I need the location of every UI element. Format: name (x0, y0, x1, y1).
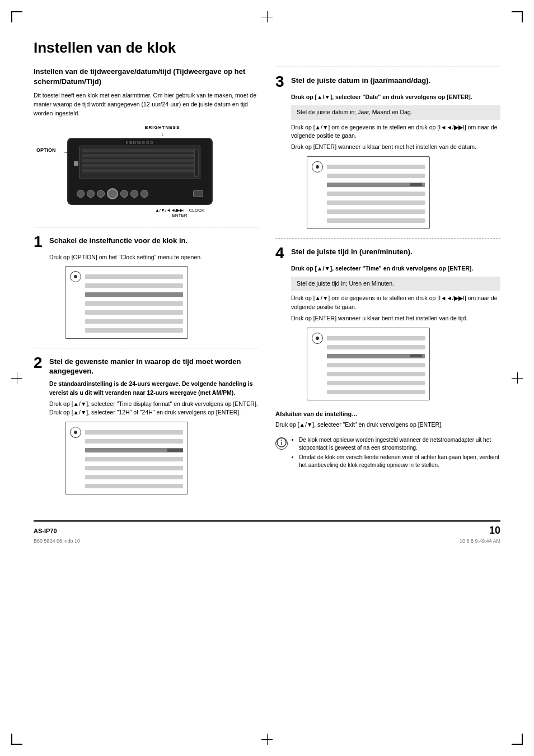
afsluiten-section: Afsluiten van de instelling… Druk op [▲/… (275, 409, 500, 430)
device-body: KENWOOD (67, 138, 213, 205)
device-kenwood-logo: KENWOOD (126, 141, 154, 144)
screen-icon-4 (312, 333, 323, 344)
footer-file: B60 5824 08.indb 10 (34, 538, 80, 544)
screen-mockup-1 (65, 266, 188, 339)
step-4-title: Stel de juiste tijd in (uren/minuten). (291, 245, 413, 257)
nav-arrows-label: ▲/▼/◄◄/▶▶I (155, 208, 185, 213)
btn4 (120, 190, 128, 198)
screen-icon-2 (70, 427, 81, 438)
btn3 (97, 190, 105, 198)
step-1-title: Schakel de instelfunctie voor de klok in… (49, 234, 188, 246)
btn6 (140, 190, 148, 198)
svg-point-1 (281, 440, 282, 441)
step-2-number: 2 (34, 355, 46, 371)
btn1 (77, 190, 85, 198)
crosshair-left (11, 372, 22, 384)
step-1-number: 1 (34, 234, 46, 250)
label-option: OPTION (36, 147, 56, 153)
page-footer: AS-IP70 10 (34, 520, 500, 536)
crosshair-top (261, 11, 273, 22)
note-1: De klok moet opnieuw worden ingesteld wa… (299, 436, 500, 452)
step-2-body: De standaardinstelling is de 24-uurs wee… (49, 380, 259, 494)
step-2-title: Stel de gewenste manier in waarop de tij… (49, 355, 259, 376)
footer-meta: B60 5824 08.indb 10 10.6.8 9:49:44 AM (34, 538, 500, 544)
btn-center (107, 188, 118, 199)
afsluiten-title: Afsluiten van de instelling… (275, 409, 500, 419)
step-2-header: 2 Stel de gewenste manier in waarop de t… (34, 355, 259, 376)
step-1-header: 1 Schakel de instelfunctie voor de klok … (34, 234, 259, 250)
step-4-number: 4 (275, 245, 288, 261)
divider-1 (34, 227, 259, 227)
device-controls (77, 188, 203, 199)
step-4-section: 4 Stel de juiste tijd in (uren/minuten).… (275, 245, 500, 400)
enter-label: ENTER (67, 213, 259, 218)
page-title: Instellen van de klok (34, 39, 500, 57)
section-header: Instellen van de tijdweergave/datum/tijd… (34, 67, 259, 218)
device-bottom-labels: ▲/▼/◄◄/▶▶I CLOCK (67, 208, 259, 213)
clock-label: CLOCK (189, 208, 205, 213)
device-screen (79, 146, 200, 179)
left-column: Instellen van de tijdweergave/datum/tijd… (34, 67, 259, 503)
step-3-highlight: Stel de juiste datum in; Jaar, Maand en … (291, 105, 500, 120)
step-2-section: 2 Stel de gewenste manier in waarop de t… (34, 355, 259, 494)
section-title: Instellen van de tijdweergave/datum/tijd… (34, 67, 259, 87)
corner-mark-br (512, 734, 523, 745)
screen-icon-3 (312, 161, 323, 172)
divider-2 (34, 348, 259, 348)
step-3-section: 3 Stel de juiste datum in (jaar/maand/da… (275, 74, 500, 229)
right-column: 3 Stel de juiste datum in (jaar/maand/da… (275, 67, 500, 503)
step-1-body: Druk op [OPTION] om het "Clock setting" … (49, 253, 259, 339)
corner-mark-tr (512, 11, 523, 22)
step-3-header: 3 Stel de juiste datum in (jaar/maand/da… (275, 74, 500, 90)
crosshair-right (512, 372, 523, 384)
step-1-section: 1 Schakel de instelfunctie voor de klok … (34, 234, 259, 339)
step-4-body: Druk op [▲/▼], selecteer "Time" en druk … (291, 264, 500, 400)
device-diagram: OPTION → BRIGHTNESS ↓ KENWOOD (34, 125, 259, 218)
info-note: De klok moet opnieuw worden ingesteld wa… (275, 436, 500, 471)
divider-right-top (275, 67, 500, 67)
option-button (74, 161, 78, 166)
afsluiten-body: Druk op [▲/▼], selecteer "Exit" en druk … (275, 421, 500, 430)
info-icon (275, 437, 288, 450)
brightness-label: BRIGHTNESS (112, 125, 213, 130)
intro-text: Dit toestel heeft een klok met een alarm… (34, 91, 259, 118)
crosshair-bottom (261, 734, 273, 745)
footer-model: AS-IP70 (34, 528, 57, 534)
corner-mark-bl (11, 734, 22, 745)
btn5 (130, 190, 138, 198)
screen-mockup-4 (307, 328, 430, 400)
step-3-body: Druk op [▲/▼], selecteer "Date" en druk … (291, 93, 500, 229)
screen-mockup-2 (65, 422, 188, 494)
brightness-arrow: ↓ (112, 131, 213, 137)
divider-right-mid (275, 238, 500, 239)
step-4-highlight: Stel de juiste tijd in; Uren en Minuten. (291, 277, 500, 291)
screen-mockup-3 (307, 156, 430, 229)
corner-mark-tl (11, 11, 22, 22)
screen-icon-1 (70, 271, 81, 282)
footer-date: 10.6.8 9:49:44 AM (460, 538, 500, 544)
step-3-number: 3 (275, 74, 288, 90)
clock-btn (193, 190, 203, 197)
footer-page-number: 10 (489, 525, 500, 536)
step-3-title: Stel de juiste datum in (jaar/maand/dag)… (291, 74, 430, 86)
info-text: De klok moet opnieuw worden ingesteld wa… (292, 436, 500, 471)
step-4-header: 4 Stel de juiste tijd in (uren/minuten). (275, 245, 500, 261)
note-2: Omdat de klok om verschillende redenen v… (299, 454, 500, 469)
btn2 (87, 190, 95, 198)
